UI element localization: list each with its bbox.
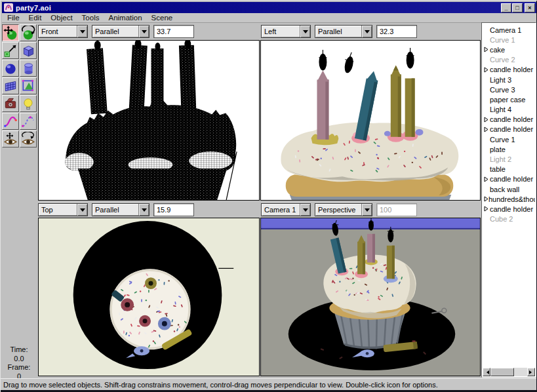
menu-edit[interactable]: Edit <box>29 14 42 22</box>
front-scale-field[interactable] <box>153 25 194 38</box>
chevron-down-icon[interactable] <box>300 26 310 37</box>
object-label: candle holder <box>490 115 533 123</box>
object-list-item[interactable]: Curve 1 <box>484 35 535 45</box>
object-label: Light 3 <box>490 76 511 84</box>
object-list-item[interactable]: candle holder <box>484 125 535 134</box>
top-viewport-controls: Top Parallel <box>38 203 194 217</box>
object-list-panel: Camera 1Curve 1cakeCurve 2candle holderL… <box>481 22 536 378</box>
close-button[interactable]: × <box>525 3 535 12</box>
camera-view-select[interactable]: Camera 1 <box>261 203 311 216</box>
expander-triangle-icon[interactable] <box>484 196 488 202</box>
scroll-left-button[interactable] <box>483 368 490 376</box>
object-list-item[interactable]: candle holder <box>484 174 535 184</box>
expander-triangle-icon[interactable] <box>484 127 490 132</box>
create-spline-mesh-tool-button[interactable] <box>2 77 19 94</box>
object-list-item[interactable]: Curve 3 <box>484 85 535 94</box>
expander-triangle-icon[interactable] <box>484 117 490 123</box>
left-viewport <box>260 40 481 201</box>
maximize-button[interactable]: □ <box>512 3 523 12</box>
left-scale-field[interactable] <box>376 25 417 38</box>
object-list-hscrollbar <box>483 368 535 376</box>
create-camera-tool-button[interactable] <box>2 95 19 112</box>
create-sphere-tool-button[interactable] <box>2 60 19 77</box>
object-list-item[interactable]: candle holder <box>484 115 535 125</box>
object-list-item[interactable]: candle holder <box>484 65 535 75</box>
front-viewport-controls: Front Parallel <box>38 24 194 39</box>
move-tool-button[interactable] <box>2 24 19 41</box>
scroll-track[interactable] <box>514 368 527 376</box>
minimize-button[interactable]: _ <box>501 3 511 12</box>
object-list-item[interactable]: Light 2 <box>484 154 535 164</box>
rotate-view-tool-button[interactable] <box>20 130 37 147</box>
scroll-right-button[interactable] <box>527 368 535 376</box>
sphere-icon <box>3 61 18 75</box>
object-list-item[interactable]: back wall <box>484 184 535 194</box>
object-list-item[interactable]: plate <box>484 144 535 154</box>
left-viewport-canvas[interactable] <box>261 41 480 200</box>
expander-triangle-icon[interactable] <box>484 206 490 212</box>
camera-viewport <box>260 218 481 376</box>
object-list-item[interactable]: Light 3 <box>484 75 535 85</box>
object-label: Curve 2 <box>490 56 515 64</box>
object-list-item[interactable]: Camera 1 <box>484 25 535 35</box>
object-label: candle holder <box>490 175 533 183</box>
top-viewport-canvas[interactable] <box>39 218 259 376</box>
left-projection-select[interactable]: Parallel <box>315 25 372 38</box>
object-list-item[interactable]: paper case <box>484 94 535 104</box>
curve-tool-button[interactable] <box>2 113 19 130</box>
chevron-down-icon[interactable] <box>361 204 372 216</box>
camera-scale-field[interactable] <box>376 203 417 216</box>
camera-icon <box>3 96 18 111</box>
app-icon[interactable] <box>4 3 13 12</box>
app-window: party7.aoi _ □ × File Edit Object Tools … <box>0 0 537 392</box>
object-list-item[interactable]: hundreds&thou <box>484 194 535 204</box>
expander-triangle-icon[interactable] <box>484 47 490 52</box>
chevron-down-icon[interactable] <box>138 26 149 37</box>
front-projection-select[interactable]: Parallel <box>92 25 149 38</box>
pan-view-tool-button[interactable] <box>2 130 19 147</box>
front-viewport-canvas[interactable] <box>39 41 259 200</box>
menu-object[interactable]: Object <box>50 14 72 22</box>
time-value: 0.0 <box>1 355 37 364</box>
scroll-thumb[interactable] <box>490 368 514 376</box>
object-list-item[interactable]: Curve 1 <box>484 134 535 144</box>
top-scale-field[interactable] <box>153 203 194 216</box>
camera-projection-select[interactable]: Perspective <box>315 203 372 216</box>
object-list-item[interactable]: Cube 2 <box>484 214 535 224</box>
animation-time-block: Time: 0.0 Frame: 0 <box>1 345 37 381</box>
create-polygon-tool-button[interactable] <box>20 77 37 94</box>
chevron-down-icon[interactable] <box>77 204 87 216</box>
object-list-item[interactable]: candle holder <box>484 204 535 214</box>
object-list-item[interactable]: Curve 2 <box>484 55 535 65</box>
object-list-item[interactable]: table <box>484 165 535 174</box>
object-label: cake <box>490 46 505 54</box>
object-list-item[interactable]: cake <box>484 45 535 54</box>
expander-triangle-icon[interactable] <box>484 67 490 73</box>
top-projection-select[interactable]: Parallel <box>92 203 149 216</box>
create-light-tool-button[interactable] <box>20 95 37 112</box>
menu-file[interactable]: File <box>7 14 20 22</box>
chevron-down-icon[interactable] <box>138 204 149 216</box>
create-cube-tool-button[interactable] <box>20 42 37 59</box>
chevron-down-icon[interactable] <box>361 26 372 37</box>
menu-tools[interactable]: Tools <box>82 14 100 22</box>
front-viewport <box>38 40 260 201</box>
menu-scene[interactable]: Scene <box>151 14 173 22</box>
rotate-tool-button[interactable] <box>20 24 37 41</box>
camera-viewport-canvas[interactable] <box>261 218 480 376</box>
menu-animation[interactable]: Animation <box>108 14 142 22</box>
create-cylinder-tool-button[interactable] <box>20 60 37 77</box>
top-view-select[interactable]: Top <box>38 203 88 216</box>
object-list-item[interactable]: Light 4 <box>484 105 535 115</box>
object-label: paper case <box>490 96 525 104</box>
front-view-select[interactable]: Front <box>38 25 88 38</box>
approximating-curve-tool-button[interactable] <box>20 113 37 130</box>
expander-triangle-icon[interactable] <box>484 176 490 182</box>
object-label: Cube 2 <box>490 215 513 223</box>
object-label: back wall <box>490 186 519 193</box>
chevron-down-icon[interactable] <box>300 204 310 216</box>
left-view-select[interactable]: Left <box>261 25 311 38</box>
scale-tool-button[interactable] <box>2 42 19 59</box>
menu-bar: File Edit Object Tools Animation Scene <box>2 13 536 23</box>
chevron-down-icon[interactable] <box>77 26 87 37</box>
